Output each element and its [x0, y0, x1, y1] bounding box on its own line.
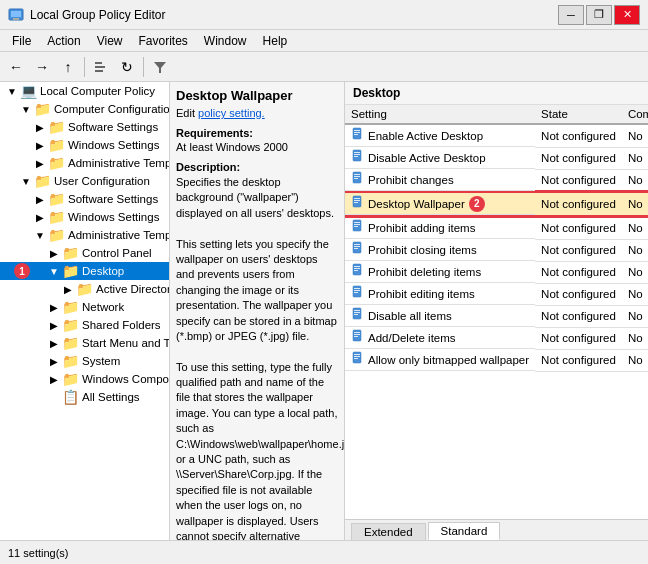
col-state[interactable]: State: [535, 105, 622, 124]
row-icon: [351, 127, 365, 144]
edit-label: Edit: [176, 107, 195, 119]
middle-pane: Desktop Wallpaper Edit policy setting. R…: [170, 82, 345, 540]
node-icon: 📁: [62, 335, 79, 351]
status-bar: 11 setting(s): [0, 540, 648, 564]
description-label: Description:: [176, 161, 338, 173]
tree-node-software-settings-uc[interactable]: ▶ 📁 Software Settings: [0, 190, 169, 208]
policy-link[interactable]: policy setting.: [198, 107, 265, 119]
expand-icon: ▶: [46, 302, 62, 313]
tree-node-shared-folders[interactable]: ▶ 📁 Shared Folders: [0, 316, 169, 334]
setting-label: Disable all items: [368, 310, 452, 322]
table-row[interactable]: Prohibit editing itemsNot configuredNo: [345, 283, 648, 305]
state-cell: Not configured: [535, 261, 622, 283]
svg-rect-10: [354, 134, 358, 135]
show-hide-button[interactable]: [89, 55, 113, 79]
comment-cell: No: [622, 261, 648, 283]
right-pane: Desktop Setting State Comment Enable Act…: [345, 82, 648, 540]
tree-node-windows-components[interactable]: ▶ 📁 Windows Components: [0, 370, 169, 388]
setting-label: Allow only bitmapped wallpaper: [368, 354, 529, 366]
table-row[interactable]: Prohibit changesNot configuredNo: [345, 169, 648, 192]
menu-favorites[interactable]: Favorites: [131, 32, 196, 50]
expand-icon: ▶: [32, 194, 48, 205]
tree-node-user-configuration[interactable]: ▼ 📁 User Configuration: [0, 172, 169, 190]
node-label: Start Menu and Taskba...: [82, 337, 170, 349]
svg-rect-12: [354, 152, 360, 153]
window-title: Local Group Policy Editor: [30, 8, 558, 22]
expand-icon: ▶: [32, 140, 48, 151]
tab-standard[interactable]: Standard: [428, 522, 501, 540]
tree-node-admin-templates-cc[interactable]: ▶ 📁 Administrative Templates: [0, 154, 169, 172]
tree-node-all-settings[interactable]: 📋 All Settings: [0, 388, 169, 406]
node-icon: 📁: [62, 371, 79, 387]
svg-rect-46: [354, 336, 358, 337]
setting-cell: Prohibit adding items: [345, 217, 535, 239]
table-row[interactable]: Desktop Wallpaper2Not configuredNo: [345, 192, 648, 216]
setting-cell: Prohibit changes: [345, 169, 535, 191]
table-row[interactable]: Add/Delete itemsNot configuredNo: [345, 327, 648, 349]
requirements-value: At least Windows 2000: [176, 141, 338, 153]
svg-rect-40: [354, 310, 360, 311]
table-row[interactable]: Enable Active DesktopNot configuredNo: [345, 124, 648, 147]
menu-view[interactable]: View: [89, 32, 131, 50]
badge-1: 1: [14, 263, 30, 279]
tree-node-windows-settings-uc[interactable]: ▶ 📁 Windows Settings: [0, 208, 169, 226]
col-comment[interactable]: Comment: [622, 105, 648, 124]
svg-rect-37: [354, 290, 360, 291]
tree-node-control-panel[interactable]: ▶ 📁 Control Panel: [0, 244, 169, 262]
menu-help[interactable]: Help: [255, 32, 296, 50]
minimize-button[interactable]: ─: [558, 5, 584, 25]
filter-button[interactable]: [148, 55, 172, 79]
menu-file[interactable]: File: [4, 32, 39, 50]
table-row[interactable]: Disable all itemsNot configuredNo: [345, 305, 648, 327]
refresh-button[interactable]: ↻: [115, 55, 139, 79]
tree-node-windows-settings-cc[interactable]: ▶ 📁 Windows Settings: [0, 136, 169, 154]
tree-node-desktop[interactable]: ▼ 📁 Desktop 1: [0, 262, 169, 280]
col-setting[interactable]: Setting: [345, 105, 535, 124]
tree-node-computer-configuration[interactable]: ▼ 📁 Computer Configuration: [0, 100, 169, 118]
menu-window[interactable]: Window: [196, 32, 255, 50]
node-label: Network: [82, 301, 124, 313]
forward-button[interactable]: →: [30, 55, 54, 79]
node-label: Software Settings: [68, 121, 158, 133]
tree-node-local-computer-policy[interactable]: ▼ 💻 Local Computer Policy: [0, 82, 169, 100]
up-button[interactable]: ↑: [56, 55, 80, 79]
setting-label: Add/Delete items: [368, 332, 456, 344]
node-icon: 📋: [62, 389, 79, 405]
node-icon: 📁: [62, 353, 79, 369]
table-row[interactable]: Allow only bitmapped wallpaperNot config…: [345, 349, 648, 371]
svg-rect-9: [354, 132, 360, 133]
node-label: All Settings: [82, 391, 140, 403]
svg-rect-24: [354, 222, 360, 223]
svg-rect-7: [353, 128, 361, 139]
menu-action[interactable]: Action: [39, 32, 88, 50]
tree-node-system[interactable]: ▶ 📁 System: [0, 352, 169, 370]
node-label: Active Directory: [96, 283, 170, 295]
table-row[interactable]: Prohibit closing itemsNot configuredNo: [345, 239, 648, 261]
close-button[interactable]: ✕: [614, 5, 640, 25]
tree-node-active-directory[interactable]: ▶ 📁 Active Directory: [0, 280, 169, 298]
table-row[interactable]: Prohibit adding itemsNot configuredNo: [345, 216, 648, 239]
tree-node-start-menu[interactable]: ▶ 📁 Start Menu and Taskba...: [0, 334, 169, 352]
row-icon: [351, 195, 365, 212]
svg-rect-48: [354, 354, 360, 355]
restore-button[interactable]: ❐: [586, 5, 612, 25]
svg-rect-20: [354, 198, 360, 199]
tree-node-admin-templates-uc[interactable]: ▼ 📁 Administrative Templates: [0, 226, 169, 244]
svg-rect-27: [353, 242, 361, 253]
setting-label: Prohibit adding items: [368, 222, 475, 234]
table-row[interactable]: Prohibit deleting itemsNot configuredNo: [345, 261, 648, 283]
expand-icon: [46, 392, 62, 403]
tree-node-network[interactable]: ▶ 📁 Network: [0, 298, 169, 316]
svg-rect-43: [353, 330, 361, 341]
table-row[interactable]: Disable Active DesktopNot configuredNo: [345, 147, 648, 169]
svg-rect-8: [354, 130, 360, 131]
node-icon: 📁: [76, 281, 93, 297]
node-icon: 📁: [34, 173, 51, 189]
tree-node-software-settings-cc[interactable]: ▶ 📁 Software Settings: [0, 118, 169, 136]
svg-rect-38: [354, 292, 358, 293]
svg-rect-44: [354, 332, 360, 333]
state-cell: Not configured: [535, 283, 622, 305]
back-button[interactable]: ←: [4, 55, 28, 79]
tree-pane: ▼ 💻 Local Computer Policy ▼ 📁 Computer C…: [0, 82, 170, 540]
tab-extended[interactable]: Extended: [351, 523, 426, 540]
